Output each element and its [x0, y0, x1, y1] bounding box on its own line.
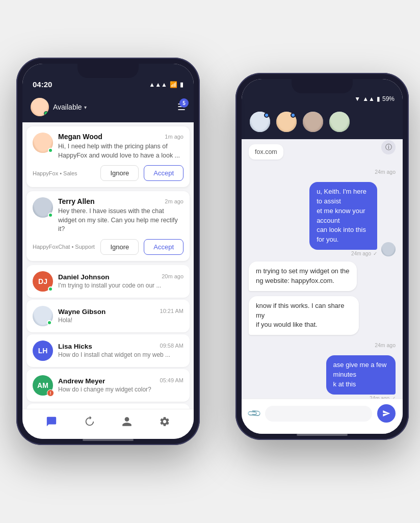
online-user-4: [328, 111, 351, 133]
lisa-content: Lisa Hicks 09:58 AM How do I install cha…: [58, 343, 183, 358]
battery-icon: ▮: [180, 81, 183, 88]
daniel-online-dot: [48, 286, 53, 292]
megan-status-dot: [48, 148, 53, 153]
lisa-time: 09:58 AM: [160, 343, 183, 350]
chat-section[interactable]: Megan Wood 1m ago Hi, I need help with t…: [22, 122, 194, 409]
daniel-avatar: DJ: [33, 271, 53, 292]
megan-ignore-button[interactable]: Ignore: [100, 165, 139, 181]
right-screen-content: ▼ ▲▲ ▮ 59%: [242, 79, 403, 434]
andrew-alert-badge: !: [47, 389, 54, 397]
agent-online-dot: [44, 111, 48, 116]
nav-chat-icon[interactable]: [44, 414, 59, 429]
online-user-2: [275, 111, 298, 133]
megan-info: Megan Wood 1m ago Hi, I need help with t…: [58, 133, 183, 160]
bubble-sent-1: u, Keith. I'm here to assistet me know y…: [309, 182, 377, 250]
daniel-content: Daniel Johnson 20m ago I'm trying to ins…: [58, 273, 183, 289]
chevron-down-icon: ▾: [84, 104, 87, 110]
online-user-3: [302, 111, 324, 133]
terry-status-dot: [48, 213, 53, 218]
agent-status-label[interactable]: Available ▾: [53, 103, 87, 111]
attachment-icon[interactable]: 📎: [246, 405, 262, 421]
notch-left: [77, 64, 139, 78]
terry-accept-button[interactable]: Accept: [144, 239, 183, 255]
andrew-content: Andrew Meyer 05:49 AM How do i change my…: [58, 377, 183, 393]
battery-icon-right: ▮: [377, 95, 380, 102]
bottom-nav: [22, 409, 194, 439]
terry-name-row: Terry Allen 2m ago: [58, 197, 183, 205]
megan-name: Megan Wood: [58, 133, 102, 141]
online-dot-2: [291, 113, 296, 118]
home-indicator-right: [297, 434, 348, 436]
notch-right: [292, 79, 353, 93]
request-card-megan[interactable]: Megan Wood 1m ago Hi, I need help with t…: [27, 126, 190, 187]
request-header-megan: Megan Wood 1m ago Hi, I need help with t…: [33, 133, 183, 160]
megan-avatar: [33, 133, 53, 153]
nav-history-icon[interactable]: [82, 414, 96, 429]
phone-right: ▼ ▲▲ ▮ 59%: [235, 73, 409, 440]
bubble-sent-2: ase give me a few minutesk at this: [326, 355, 396, 395]
megan-time: 1m ago: [165, 134, 183, 140]
time-divider-1: 24m ago: [249, 169, 396, 175]
message-sent-1: u, Keith. I'm here to assistet me know y…: [249, 182, 396, 256]
megan-accept-button[interactable]: Accept: [144, 165, 183, 181]
wayne-message: Hola!: [58, 317, 183, 324]
chat-list-item-andrew[interactable]: AM ! Andrew Meyer 05:49 AM How do i chan…: [27, 369, 190, 402]
nav-contacts-icon[interactable]: [120, 414, 134, 429]
chat-input-bar: 📎: [242, 399, 403, 434]
terry-tags: HappyFoxChat • Support: [33, 244, 95, 250]
terry-avatar: [33, 197, 53, 218]
chat-list-item-lisa[interactable]: LH Lisa Hicks 09:58 AM How do I install …: [27, 334, 190, 367]
online-users-bar: [242, 107, 403, 139]
daniel-message: I'm trying to install your code on our .…: [58, 282, 183, 289]
phone-left: 04:20 ▲▲▲ 📶 ▮ Avail: [16, 58, 200, 445]
time-divider-2: 24m ago: [249, 342, 396, 348]
home-indicator-left: [83, 439, 134, 441]
daniel-name: Daniel Johnson: [58, 273, 110, 281]
app-header: Available ▾ ☰ 5: [22, 93, 194, 122]
nav-settings-icon[interactable]: [158, 414, 172, 429]
right-phone-screen: ▼ ▲▲ ▮ 59%: [242, 79, 403, 434]
notification-badge: 5: [179, 98, 189, 108]
terry-time: 2m ago: [165, 198, 183, 204]
megan-name-row: Megan Wood 1m ago: [58, 133, 183, 141]
terry-ignore-button[interactable]: Ignore: [100, 239, 139, 255]
chat-window[interactable]: fox.com ⓘ 24m ago u, Keith. I'm here to …: [242, 139, 403, 399]
wifi-down-icon: ▼: [354, 95, 360, 102]
header-right[interactable]: ☰ 5: [177, 101, 186, 113]
chat-list-item-daniel[interactable]: DJ Daniel Johnson 20m ago I'm trying to …: [27, 265, 190, 298]
status-icons-right: ▼ ▲▲ ▮ 59%: [354, 95, 395, 102]
battery-percentage: 59%: [382, 95, 395, 102]
send-button[interactable]: [377, 404, 396, 423]
wayne-content: Wayne Gibson 10:21 AM Hola!: [58, 308, 183, 324]
website-text: fox.com: [249, 144, 283, 160]
agent-chat-avatar: [381, 242, 396, 256]
signal-bars-icon: ▲▲: [362, 95, 375, 102]
info-icon[interactable]: ⓘ: [381, 140, 396, 154]
chat-input-field[interactable]: [265, 406, 372, 422]
terry-name: Terry Allen: [58, 197, 95, 205]
status-icons: ▲▲▲ 📶 ▮: [149, 81, 183, 88]
andrew-name: Andrew Meyer: [58, 377, 105, 385]
daniel-time: 20m ago: [162, 273, 183, 281]
andrew-time: 05:49 AM: [160, 377, 183, 385]
online-user-1: [249, 111, 271, 133]
megan-tags: HappyFox • Sales: [33, 170, 95, 176]
terry-message: Hey there. I have issues with the chat w…: [58, 207, 183, 234]
lisa-avatar: LH: [33, 341, 53, 361]
request-card-terry[interactable]: Terry Allen 2m ago Hey there. I have iss…: [27, 191, 190, 261]
megan-actions: HappyFox • Sales Ignore Accept: [33, 165, 183, 181]
andrew-avatar: AM !: [33, 375, 53, 396]
agent-info[interactable]: Available ▾: [31, 98, 87, 116]
chat-list-item-wayne[interactable]: Wayne Gibson 10:21 AM Hola!: [27, 300, 190, 332]
message-received-1: m trying to set my widget on theng websi…: [249, 262, 396, 291]
bubble-received-2: know if this works. I can share myif you…: [249, 296, 359, 335]
wayne-online-dot: [47, 320, 52, 325]
terry-actions: HappyFoxChat • Support Ignore Accept: [33, 239, 183, 255]
message-received-2: know if this works. I can share myif you…: [249, 296, 396, 335]
agent-avatar: [31, 98, 49, 116]
wayne-avatar: [33, 306, 53, 326]
online-dot-1: [264, 113, 269, 118]
chat-list-item-steven[interactable]: SC Steven Carpenter 04:29 AM Hi, I'd lik…: [27, 404, 190, 409]
lisa-message: How do I install chat widget on my web .…: [58, 351, 183, 358]
wifi-icon: 📶: [170, 81, 177, 88]
